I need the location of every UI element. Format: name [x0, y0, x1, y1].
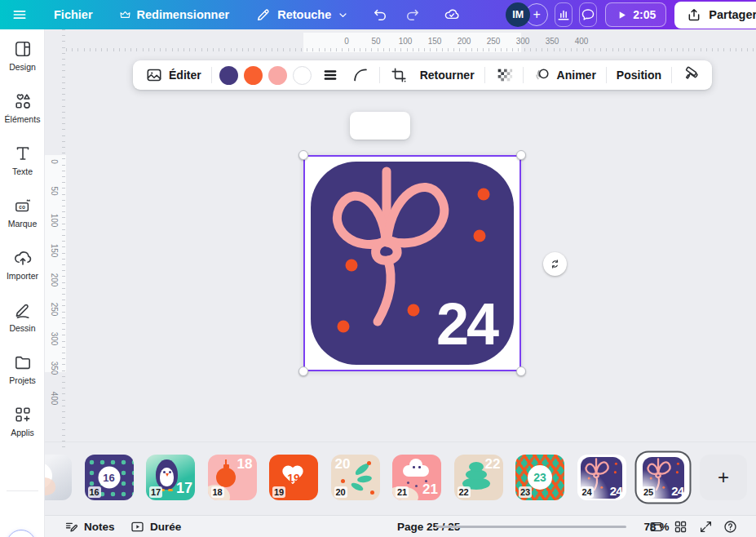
sidebar: Design Éléments Texte co Marque Importer… [0, 29, 45, 537]
share-button[interactable]: Partager [674, 2, 756, 29]
filmstrip-page-20[interactable]: 20 20 [331, 455, 380, 500]
resize-button[interactable]: Redimensionner [111, 0, 238, 29]
undo-icon [372, 7, 388, 23]
crown-icon [119, 9, 131, 21]
ruler-number: 50 [49, 179, 59, 203]
position-button[interactable]: Position [614, 63, 664, 87]
sidebar-item-draw[interactable]: Dessin [0, 291, 45, 343]
grid-view-icon [673, 519, 688, 535]
edit-image-icon [145, 66, 163, 84]
filmstrip-page-21[interactable]: 21 21 [392, 455, 441, 500]
scroll-view-button[interactable] [648, 516, 664, 537]
selection-handle-ne[interactable] [516, 150, 526, 160]
toolbar-divider [671, 67, 672, 83]
add-page-button[interactable]: + [700, 455, 747, 500]
elements-icon [13, 91, 33, 111]
sidebar-item-text[interactable]: Texte [0, 134, 45, 186]
page-number-badge: 25 [642, 486, 655, 498]
selection-handle-se[interactable] [516, 366, 526, 376]
cloud-sync-button[interactable] [435, 0, 468, 29]
thumbnail-number: 17 [176, 480, 192, 497]
toolbar-divider [211, 67, 212, 83]
notes-button[interactable]: Notes [64, 516, 115, 537]
fullscreen-button[interactable] [698, 516, 714, 537]
color-swatch-4[interactable] [293, 66, 312, 85]
filmstrip-page-22[interactable]: 22 22 [454, 455, 503, 500]
color-swatch-2[interactable] [244, 66, 263, 85]
filmstrip-page-25[interactable]: 24 25 [639, 455, 687, 500]
ruler-number: 150 [49, 238, 59, 263]
ruler-number: 250 [49, 297, 59, 322]
ruler-number: 200 [452, 37, 476, 46]
upload-icon [686, 7, 702, 23]
filmstrip-page-24[interactable]: 24 24 [577, 455, 626, 500]
sidebar-item-apps[interactable]: Applis [0, 395, 45, 447]
status-bar: Notes Durée Page 25 / 25 78 % [45, 515, 756, 537]
filmstrip-page-17[interactable]: 17 17 [146, 455, 195, 500]
selection-mini-toolbar [350, 112, 410, 140]
present-button[interactable]: 2:05 [605, 2, 666, 27]
color-swatch-1[interactable] [219, 66, 238, 85]
hamburger-icon [11, 7, 28, 23]
canva-app: Fichier Redimensionner Retouche [0, 0, 756, 537]
stroke-weight-button[interactable] [319, 63, 342, 87]
selection-handle-sw[interactable] [298, 366, 308, 376]
ruler-number: 100 [393, 37, 418, 46]
top-bar: Fichier Redimensionner Retouche [0, 0, 756, 29]
canvas-page[interactable]: 24 [303, 155, 521, 371]
duration-button[interactable]: Durée [130, 516, 181, 537]
sidebar-item-elements[interactable]: Éléments [0, 82, 45, 134]
toolbar-divider [523, 67, 524, 83]
zoom-slider-track[interactable] [436, 526, 626, 528]
rotate-icon [549, 258, 561, 270]
color-swatch-3[interactable] [268, 66, 287, 85]
filmstrip-page-18[interactable]: 18 18 [208, 455, 257, 500]
transparency-button[interactable] [493, 63, 515, 87]
ruler-number: 250 [481, 37, 506, 46]
animate-button[interactable]: Animer [531, 63, 599, 87]
flip-button[interactable]: Retourner [418, 63, 477, 87]
filmstrip-page-23[interactable]: 23 23 [515, 455, 564, 500]
selection-handle-nw[interactable] [298, 150, 308, 160]
insights-button[interactable] [555, 2, 573, 27]
file-menu-button[interactable]: Fichier [46, 0, 101, 29]
edit-image-button[interactable]: Éditer [143, 63, 204, 87]
redo-button[interactable] [396, 0, 429, 29]
ruler-number: 200 [49, 268, 59, 292]
filmstrip-page-16[interactable]: 16 16 [85, 455, 134, 500]
thumbnail-number: 18 [237, 456, 253, 473]
thumbnail-number: 21 [422, 482, 438, 498]
copy-style-button[interactable] [679, 63, 702, 87]
sidebar-item-import[interactable]: Importer [0, 238, 45, 291]
scroll-view-icon [648, 519, 664, 535]
curve-icon [351, 66, 369, 84]
corner-curve-button[interactable] [349, 63, 372, 87]
sidebar-item-projects[interactable]: Projets [0, 343, 45, 395]
page-number-badge: 23 [519, 486, 532, 498]
filmstrip-page-19[interactable]: 19 19 [269, 455, 318, 500]
comments-button[interactable] [579, 2, 597, 27]
line-weight-icon [321, 66, 339, 84]
projects-icon [13, 353, 33, 372]
sidebar-nav: Design Éléments Texte co Marque Importer… [0, 29, 44, 447]
sidebar-item-design[interactable]: Design [0, 29, 45, 82]
rotate-handle[interactable] [543, 252, 567, 276]
crop-button[interactable] [387, 63, 410, 87]
grid-view-button[interactable] [673, 516, 688, 537]
ruler-number: 400 [569, 37, 594, 46]
page-number-badge: 16 [88, 486, 101, 498]
artwork-number: 24 [436, 295, 497, 353]
filmstrip-page-partial[interactable] [45, 455, 72, 500]
menu-button[interactable] [0, 0, 38, 29]
sidebar-item-brand[interactable]: co Marque [0, 186, 45, 238]
ai-assistant-button[interactable] [7, 530, 36, 537]
apps-icon [13, 405, 33, 424]
fullscreen-icon [698, 519, 714, 535]
help-button[interactable] [723, 516, 738, 537]
undo-button[interactable] [364, 0, 396, 29]
ruler-number: 150 [422, 37, 447, 46]
redo-icon [405, 7, 421, 23]
brand-icon: co [13, 196, 33, 215]
retouch-menu-button[interactable]: Retouche [247, 0, 357, 29]
avatar[interactable]: IM [506, 2, 530, 27]
